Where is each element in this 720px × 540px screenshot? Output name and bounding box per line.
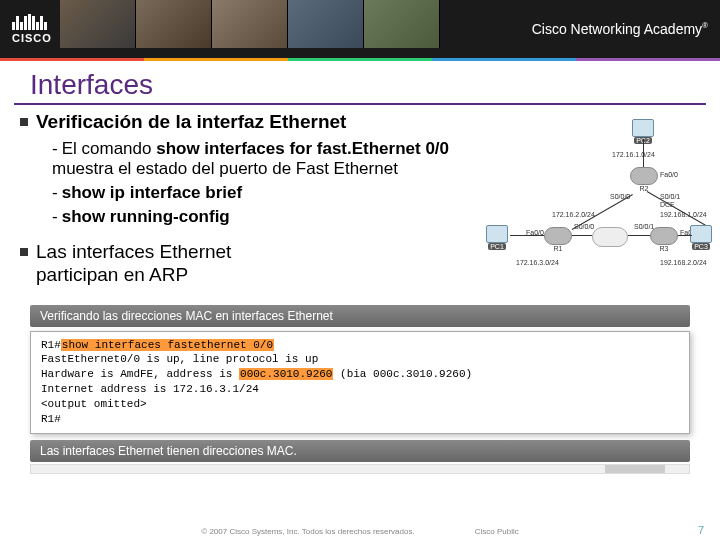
network-diagram: PC2 172.16.1.0/24 R2 Fa0/0 S0/0/0 S0/0/1… [482, 119, 712, 289]
program-name: Cisco Networking Academy® [532, 21, 708, 37]
pc-label: PC1 [488, 243, 506, 250]
copyright-text: © 2007 Cisco Systems, Inc. Todos los der… [201, 527, 414, 536]
highlighted-mac: 000c.3010.9260 [239, 368, 333, 380]
terminal-output: R1#show interfaces fastethernet 0/0 Fast… [30, 331, 690, 434]
highlighted-command: show interfaces fastethernet 0/0 [61, 339, 274, 351]
ip-label: 172.16.3.0/24 [516, 259, 559, 266]
pc-icon [690, 225, 712, 243]
ip-label: 172.16.2.0/24 [552, 211, 595, 218]
pc-icon [632, 119, 654, 137]
arp-text: Las interfaces Ethernet participan en AR… [36, 241, 316, 287]
list-item: -show ip interface brief [52, 183, 482, 203]
iface-label: Fa0/0 [660, 171, 678, 178]
pc-label: PC3 [692, 243, 710, 250]
router-icon [544, 227, 572, 245]
ip-label: 172.16.1.0/24 [612, 151, 655, 158]
content-area: Verificación de la interfaz Ethernet -El… [0, 111, 720, 287]
router-label: R3 [650, 245, 678, 252]
router-label: R2 [630, 185, 658, 192]
iface-label: S0/0/1 [634, 223, 654, 230]
cisco-logo-bars [12, 14, 47, 30]
bullet-square-icon [20, 118, 28, 126]
iface-label: S0/0/1 [660, 193, 680, 200]
list-item: -show running-config [52, 207, 482, 227]
cisco-logo: CISCO [12, 14, 52, 44]
page-title: Interfaces [14, 61, 706, 105]
terminal-caption-bottom: Las interfaces Ethernet tienen direccion… [30, 440, 690, 462]
ip-label: 192.168.2.0/24 [660, 259, 707, 266]
cisco-logo-text: CISCO [12, 32, 52, 44]
scrollbar-hint [30, 464, 690, 474]
page-number: 7 [698, 524, 704, 536]
header-photo-strip [60, 0, 440, 48]
footer: © 2007 Cisco Systems, Inc. Todos los der… [0, 527, 720, 536]
pc-icon [486, 225, 508, 243]
cloud-icon [592, 227, 628, 247]
terminal-caption-top: Verificando las direcciones MAC en inter… [30, 305, 690, 327]
bullet-square-icon [20, 248, 28, 256]
list-item: -El comando show interfaces for fast.Eth… [52, 139, 482, 179]
header-bar: CISCO Cisco Networking Academy® [0, 0, 720, 58]
terminal-block: R1#show interfaces fastethernet 0/0 Fast… [30, 331, 690, 434]
router-icon [630, 167, 658, 185]
classification-text: Cisco Public [475, 527, 519, 536]
section-heading: Verificación de la interfaz Ethernet [36, 111, 346, 133]
router-label: R1 [544, 245, 572, 252]
